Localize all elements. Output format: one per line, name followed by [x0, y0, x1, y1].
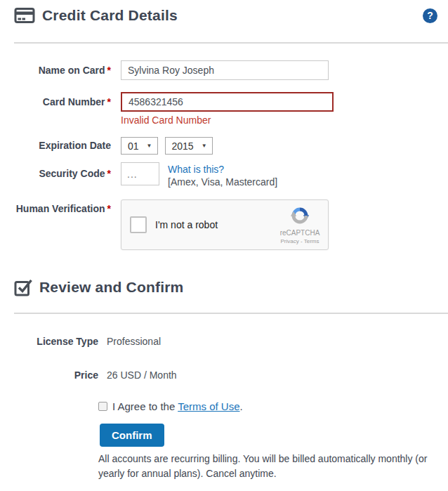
- required-marker: *: [107, 65, 111, 76]
- billing-footnote: All accounts are recurring billing. You …: [98, 452, 448, 481]
- human-verification-label: Human Verification*: [14, 199, 111, 250]
- card-number-row: Card Number* Invalid Card Number: [14, 92, 448, 126]
- recaptcha-brand-text: reCAPTCHA: [277, 229, 322, 237]
- expiration-year-select[interactable]: 2015 ▼: [165, 137, 213, 155]
- recaptcha-branding: reCAPTCHA Privacy - Terms: [277, 205, 322, 244]
- agree-checkbox[interactable]: [98, 402, 107, 411]
- human-verification-row: Human Verification* I'm not a robot: [14, 199, 448, 250]
- license-type-label: License Type: [14, 336, 98, 347]
- chevron-down-icon: ▼: [202, 143, 207, 149]
- agree-text: I Agree to the Terms of Use.: [112, 400, 243, 412]
- license-type-row: License Type Professional: [14, 336, 448, 347]
- required-marker: *: [107, 168, 111, 179]
- name-on-card-row: Name on Card*: [14, 60, 448, 80]
- terms-of-use-link[interactable]: Terms of Use: [178, 400, 239, 412]
- credit-card-page: Credit Card Details ? Name on Card* Card…: [0, 0, 448, 491]
- card-number-error: Invalid Card Number: [121, 114, 334, 126]
- price-row: Price 26 USD / Month: [14, 369, 448, 381]
- recaptcha-checkbox-label: I'm not a robot: [155, 219, 218, 230]
- expiration-date-label: Expiration Date: [14, 137, 111, 155]
- recaptcha-logo-icon: [289, 216, 310, 228]
- section-divider: [14, 313, 448, 314]
- expiration-month-select[interactable]: 01 ▼: [121, 137, 158, 155]
- agree-row: I Agree to the Terms of Use.: [98, 400, 448, 412]
- credit-card-details-header: Credit Card Details ?: [0, 0, 448, 24]
- security-code-hint: [Amex, Visa, Mastercard]: [168, 176, 277, 188]
- credit-card-icon: [14, 7, 35, 24]
- recaptcha-privacy-link[interactable]: Privacy: [281, 238, 299, 244]
- security-code-label: Security Code*: [14, 162, 111, 188]
- help-glyph: ?: [427, 10, 433, 21]
- chevron-down-icon: ▼: [147, 143, 152, 149]
- expiration-month-value: 01: [128, 140, 139, 152]
- help-icon[interactable]: ?: [423, 8, 437, 23]
- card-number-input[interactable]: [121, 92, 334, 112]
- expiration-date-row: Expiration Date 01 ▼ 2015 ▼: [14, 137, 448, 155]
- price-label: Price: [14, 369, 98, 381]
- recaptcha-checkbox[interactable]: [130, 216, 147, 233]
- card-number-label: Card Number*: [14, 92, 111, 126]
- recaptcha-terms-link[interactable]: Terms: [304, 238, 319, 244]
- required-marker: *: [107, 96, 111, 107]
- name-on-card-input[interactable]: [121, 60, 329, 80]
- security-code-input[interactable]: [121, 162, 159, 185]
- confirm-button[interactable]: Confirm: [100, 424, 164, 447]
- security-code-row: Security Code* What is this? [Amex, Visa…: [14, 162, 448, 188]
- name-on-card-label: Name on Card*: [14, 60, 111, 80]
- review-title: Review and Confirm: [39, 279, 183, 296]
- review-section: License Type Professional Price 26 USD /…: [0, 336, 448, 481]
- recaptcha-link-separator: -: [299, 238, 304, 244]
- checked-box-icon: [14, 278, 32, 296]
- credit-card-form: Name on Card* Card Number* Invalid Card …: [0, 44, 448, 250]
- license-type-value: Professional: [107, 336, 161, 347]
- what-is-this-link[interactable]: What is this?: [168, 164, 224, 175]
- required-marker: *: [107, 203, 111, 214]
- review-and-confirm-header: Review and Confirm: [0, 271, 448, 296]
- price-value: 26 USD / Month: [107, 369, 177, 381]
- page-title: Credit Card Details: [42, 7, 178, 24]
- expiration-year-value: 2015: [172, 140, 194, 152]
- recaptcha-widget: I'm not a robot reCAPTCHA: [121, 199, 329, 250]
